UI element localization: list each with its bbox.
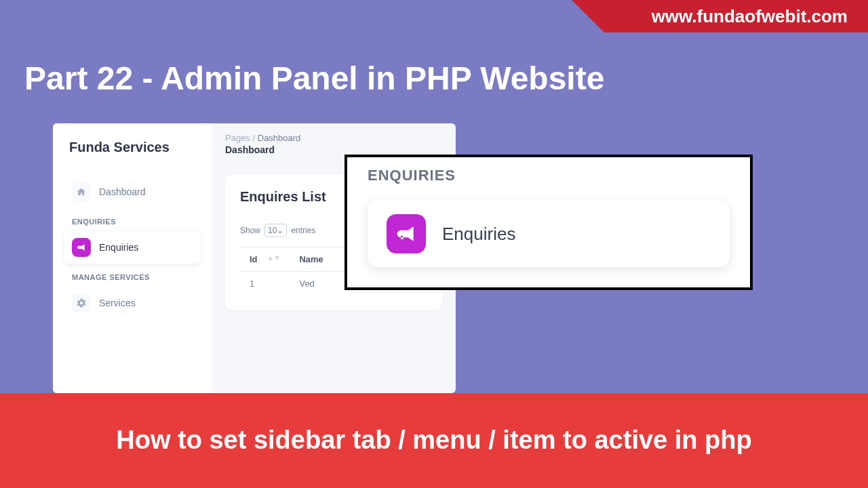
callout-label: Enquiries (442, 224, 515, 245)
breadcrumb-sep: / (253, 133, 256, 143)
sort-icon: ▲▼ (267, 254, 281, 262)
bottom-text: How to set sidebar tab / menu / item to … (116, 424, 751, 457)
sidebar-item-dashboard[interactable]: Dashboard (64, 176, 201, 208)
show-prefix: Show (240, 226, 260, 235)
callout-box: ENQUIRIES Enquiries (344, 155, 753, 290)
sidebar-section-enquiries: ENQUIRIES (64, 208, 201, 231)
sidebar: Funda Services Dashboard ENQUIRIES Enqui… (53, 123, 212, 393)
sidebar-section-manage: MANAGE SERVICES (64, 264, 201, 287)
sidebar-brand: Funda Services (64, 140, 201, 155)
megaphone-icon (387, 214, 426, 253)
sidebar-item-enquiries[interactable]: Enquiries (64, 231, 201, 264)
megaphone-icon (72, 238, 91, 257)
breadcrumb: Pages / Dashboard (225, 133, 442, 143)
callout-item-enquiries[interactable]: Enquiries (368, 201, 730, 267)
sidebar-item-label: Services (99, 298, 136, 308)
gear-icon (72, 293, 91, 312)
sidebar-item-label: Dashboard (99, 186, 146, 197)
bottom-banner: How to set sidebar tab / menu / item to … (0, 393, 868, 488)
breadcrumb-current: Dashboard (258, 133, 301, 143)
sidebar-item-label: Enquiries (99, 242, 138, 253)
main-title: Part 22 - Admin Panel in PHP Website (24, 60, 844, 97)
th-name[interactable]: Name (290, 247, 342, 272)
sidebar-item-services[interactable]: Services (64, 287, 201, 319)
th-id[interactable]: Id▲▼ (240, 247, 290, 272)
entries-select[interactable]: 10⌄ (264, 224, 287, 237)
breadcrumb-parent[interactable]: Pages (225, 133, 250, 143)
top-banner: www.fundaofwebit.com (604, 0, 868, 33)
banner-url: www.fundaofwebit.com (652, 6, 848, 27)
cell-name: Ved (290, 272, 342, 296)
home-icon (72, 182, 91, 201)
show-suffix: entries (291, 226, 315, 235)
callout-section: ENQUIRIES (368, 167, 730, 184)
chevron-down-icon: ⌄ (277, 226, 283, 235)
cell-id: 1 (240, 272, 290, 296)
page-title: Dashboard (225, 144, 442, 155)
